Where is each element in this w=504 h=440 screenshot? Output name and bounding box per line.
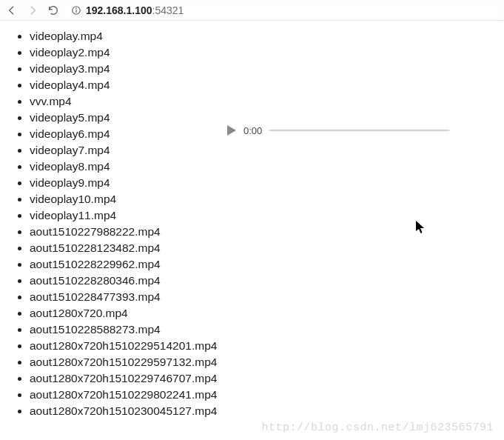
back-button[interactable] — [4, 3, 19, 18]
list-item: aout1280x720h1510229802241.mp4 — [30, 387, 504, 403]
playback-time: 0:00 — [243, 125, 262, 136]
list-item: aout1280x720.mp4 — [30, 305, 504, 321]
address-host: 192.168.1.100 — [86, 4, 152, 16]
media-player: 0:00 — [227, 119, 449, 141]
file-link[interactable]: aout1510227988222.mp4 — [30, 225, 161, 238]
file-link[interactable]: videoplay8.mp4 — [30, 160, 110, 173]
file-link[interactable]: videoplay6.mp4 — [30, 127, 110, 140]
list-item: videoplay.mp4 — [30, 28, 504, 44]
address-port: :54321 — [152, 4, 184, 16]
file-link[interactable]: aout1510228588273.mp4 — [30, 323, 161, 336]
list-item: videoplay8.mp4 — [30, 159, 504, 175]
file-link[interactable]: videoplay2.mp4 — [30, 46, 110, 59]
file-link[interactable]: aout1280x720h1510229597132.mp4 — [30, 356, 217, 368]
play-icon[interactable] — [227, 125, 236, 136]
file-link[interactable]: aout1280x720h1510229514201.mp4 — [30, 339, 217, 352]
list-item: videoplay7.mp4 — [30, 142, 504, 159]
file-link[interactable]: aout1510228477393.mp4 — [30, 290, 161, 303]
list-item: videoplay10.mp4 — [30, 191, 504, 207]
list-item: videoplay4.mp4 — [30, 77, 504, 93]
list-item: aout1510227988222.mp4 — [30, 224, 504, 240]
file-link[interactable]: aout1280x720h1510229802241.mp4 — [30, 388, 217, 401]
list-item: videoplay9.mp4 — [30, 175, 504, 191]
file-link[interactable]: aout1280x720h1510230045127.mp4 — [30, 404, 217, 417]
list-item: videoplay3.mp4 — [30, 61, 504, 77]
list-item: aout1510228477393.mp4 — [30, 289, 504, 305]
seek-bar[interactable] — [269, 130, 449, 131]
list-item: aout1510228123482.mp4 — [30, 240, 504, 256]
list-item: vvv.mp4 — [30, 93, 504, 110]
watermark: http://blog.csdn.net/lmj623565791 — [261, 421, 494, 434]
svg-point-2 — [76, 7, 77, 8]
file-link[interactable]: aout1510228229962.mp4 — [30, 258, 161, 270]
file-link[interactable]: aout1280x720h1510229746707.mp4 — [30, 372, 217, 384]
list-item: aout1280x720h1510229597132.mp4 — [30, 354, 504, 370]
address-bar[interactable]: 192.168.1.100 :54321 — [67, 2, 500, 19]
site-info-icon[interactable] — [71, 5, 81, 16]
file-link[interactable]: videoplay5.mp4 — [30, 111, 110, 124]
list-item: aout1510228280346.mp4 — [30, 273, 504, 289]
list-item: aout1510228588273.mp4 — [30, 321, 504, 338]
list-item: videoplay2.mp4 — [30, 44, 504, 61]
list-item: aout1280x720h1510229746707.mp4 — [30, 370, 504, 387]
file-link[interactable]: videoplay7.mp4 — [30, 144, 110, 156]
file-link[interactable]: videoplay4.mp4 — [30, 79, 110, 91]
file-list: videoplay.mp4videoplay2.mp4videoplay3.mp… — [0, 28, 504, 419]
file-link[interactable]: aout1510228280346.mp4 — [30, 274, 161, 287]
file-link[interactable]: videoplay3.mp4 — [30, 62, 110, 75]
list-item: aout1280x720h1510229514201.mp4 — [30, 338, 504, 354]
file-link[interactable]: videoplay11.mp4 — [30, 209, 116, 221]
list-item: aout1280x720h1510230045127.mp4 — [30, 403, 504, 419]
forward-button[interactable] — [25, 3, 40, 18]
reload-button[interactable] — [46, 3, 61, 18]
file-link[interactable]: vvv.mp4 — [30, 95, 72, 107]
file-link[interactable]: videoplay9.mp4 — [30, 176, 110, 189]
page-content: videoplay.mp4videoplay2.mp4videoplay3.mp… — [0, 21, 504, 440]
file-link[interactable]: videoplay.mp4 — [30, 30, 103, 42]
file-link[interactable]: videoplay10.mp4 — [30, 193, 116, 205]
file-link[interactable]: aout1510228123482.mp4 — [30, 241, 161, 254]
list-item: aout1510228229962.mp4 — [30, 256, 504, 273]
browser-toolbar: 192.168.1.100 :54321 — [0, 0, 504, 21]
list-item: videoplay11.mp4 — [30, 207, 504, 224]
file-link[interactable]: aout1280x720.mp4 — [30, 307, 128, 319]
